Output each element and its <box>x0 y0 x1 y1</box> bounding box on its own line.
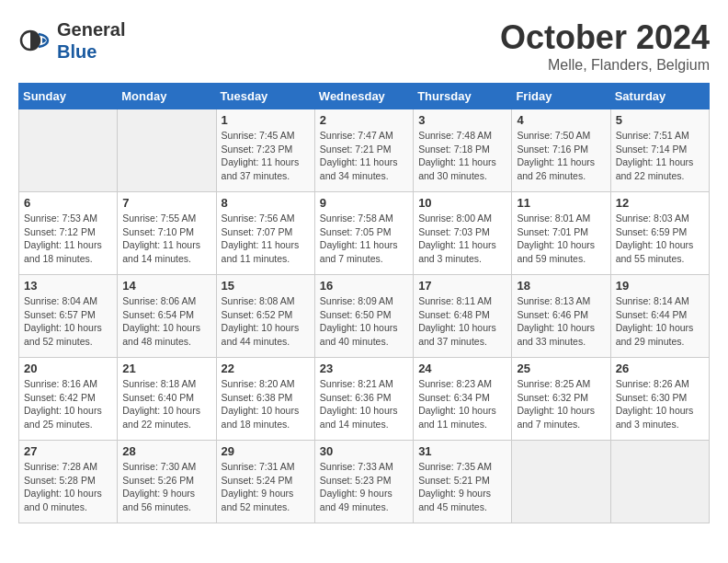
day-number: 4 <box>517 113 605 127</box>
day-number: 12 <box>616 196 704 210</box>
day-number: 27 <box>24 444 112 458</box>
day-number: 15 <box>222 279 310 293</box>
calendar-cell: 3 Sunrise: 7:48 AMSunset: 7:18 PMDayligh… <box>414 109 512 192</box>
calendar-cell: 15 Sunrise: 8:08 AMSunset: 6:52 PMDaylig… <box>216 275 314 358</box>
week-row-3: 13 Sunrise: 8:04 AMSunset: 6:57 PMDaylig… <box>19 275 710 358</box>
day-detail: Sunrise: 7:31 AMSunset: 5:24 PMDaylight:… <box>222 461 295 512</box>
day-detail: Sunrise: 8:20 AMSunset: 6:38 PMDaylight:… <box>222 378 300 430</box>
day-detail: Sunrise: 7:58 AMSunset: 7:05 PMDaylight:… <box>320 213 398 264</box>
day-number: 6 <box>24 196 112 210</box>
day-number: 25 <box>517 362 605 375</box>
calendar-cell <box>19 109 118 192</box>
calendar-cell: 31 Sunrise: 7:35 AMSunset: 5:21 PMDaylig… <box>414 441 512 523</box>
calendar-cell: 2 Sunrise: 7:47 AMSunset: 7:21 PMDayligh… <box>314 109 413 192</box>
day-number: 5 <box>616 113 704 127</box>
day-detail: Sunrise: 8:04 AMSunset: 6:57 PMDaylight:… <box>24 295 102 347</box>
calendar-cell: 22 Sunrise: 8:20 AMSunset: 6:38 PMDaylig… <box>216 358 314 441</box>
calendar-cell: 30 Sunrise: 7:33 AMSunset: 5:23 PMDaylig… <box>314 441 413 523</box>
day-detail: Sunrise: 7:53 AMSunset: 7:12 PMDaylight:… <box>24 213 102 264</box>
day-detail: Sunrise: 8:16 AMSunset: 6:42 PMDaylight:… <box>24 378 102 430</box>
day-detail: Sunrise: 7:35 AMSunset: 5:21 PMDaylight:… <box>418 461 492 512</box>
day-number: 19 <box>616 279 704 293</box>
calendar-cell: 5 Sunrise: 7:51 AMSunset: 7:14 PMDayligh… <box>610 109 709 192</box>
weekday-header-tuesday: Tuesday <box>216 84 314 109</box>
calendar-cell <box>512 441 610 523</box>
day-number: 20 <box>24 362 112 375</box>
calendar-cell: 29 Sunrise: 7:31 AMSunset: 5:24 PMDaylig… <box>216 441 314 523</box>
day-detail: Sunrise: 8:08 AMSunset: 6:52 PMDaylight:… <box>222 295 300 347</box>
calendar-cell: 17 Sunrise: 8:11 AMSunset: 6:48 PMDaylig… <box>414 275 512 358</box>
calendar-cell: 27 Sunrise: 7:28 AMSunset: 5:28 PMDaylig… <box>19 441 118 523</box>
calendar-cell: 28 Sunrise: 7:30 AMSunset: 5:26 PMDaylig… <box>118 441 216 523</box>
header: General Blue October 2024 Melle, Flander… <box>18 18 710 74</box>
day-detail: Sunrise: 7:50 AMSunset: 7:16 PMDaylight:… <box>517 130 595 181</box>
weekday-header-saturday: Saturday <box>610 84 709 109</box>
day-detail: Sunrise: 7:30 AMSunset: 5:26 PMDaylight:… <box>122 461 196 512</box>
day-detail: Sunrise: 8:21 AMSunset: 6:36 PMDaylight:… <box>320 378 398 430</box>
day-detail: Sunrise: 7:55 AMSunset: 7:10 PMDaylight:… <box>122 213 200 264</box>
week-row-5: 27 Sunrise: 7:28 AMSunset: 5:28 PMDaylig… <box>19 441 710 523</box>
day-detail: Sunrise: 7:48 AMSunset: 7:18 PMDaylight:… <box>418 130 496 181</box>
day-number: 28 <box>122 444 210 458</box>
calendar-cell: 25 Sunrise: 8:25 AMSunset: 6:32 PMDaylig… <box>512 358 610 441</box>
day-detail: Sunrise: 7:47 AMSunset: 7:21 PMDaylight:… <box>320 130 398 181</box>
day-number: 18 <box>517 279 605 293</box>
day-detail: Sunrise: 8:25 AMSunset: 6:32 PMDaylight:… <box>517 378 595 430</box>
day-number: 8 <box>222 196 310 210</box>
day-number: 23 <box>320 362 408 375</box>
day-detail: Sunrise: 8:26 AMSunset: 6:30 PMDaylight:… <box>616 378 694 430</box>
day-number: 2 <box>320 113 408 127</box>
day-detail: Sunrise: 8:23 AMSunset: 6:34 PMDaylight:… <box>418 378 496 430</box>
calendar-cell: 14 Sunrise: 8:06 AMSunset: 6:54 PMDaylig… <box>118 275 216 358</box>
day-detail: Sunrise: 7:56 AMSunset: 7:07 PMDaylight:… <box>222 213 300 264</box>
calendar-cell <box>610 441 709 523</box>
week-row-4: 20 Sunrise: 8:16 AMSunset: 6:42 PMDaylig… <box>19 358 710 441</box>
week-row-2: 6 Sunrise: 7:53 AMSunset: 7:12 PMDayligh… <box>19 192 710 275</box>
day-number: 30 <box>320 444 408 458</box>
day-number: 14 <box>122 279 210 293</box>
day-detail: Sunrise: 8:11 AMSunset: 6:48 PMDaylight:… <box>418 295 496 347</box>
day-detail: Sunrise: 8:01 AMSunset: 7:01 PMDaylight:… <box>517 213 595 264</box>
day-detail: Sunrise: 8:13 AMSunset: 6:46 PMDaylight:… <box>517 295 595 347</box>
logo: General Blue <box>18 18 125 63</box>
day-number: 7 <box>122 196 210 210</box>
calendar-cell: 1 Sunrise: 7:45 AMSunset: 7:23 PMDayligh… <box>216 109 314 192</box>
day-number: 17 <box>418 279 506 293</box>
day-detail: Sunrise: 8:09 AMSunset: 6:50 PMDaylight:… <box>320 295 398 347</box>
day-detail: Sunrise: 7:45 AMSunset: 7:23 PMDaylight:… <box>222 130 300 181</box>
weekday-header-monday: Monday <box>118 84 216 109</box>
logo-line2: Blue <box>57 40 125 63</box>
calendar-cell: 26 Sunrise: 8:26 AMSunset: 6:30 PMDaylig… <box>610 358 709 441</box>
calendar-cell: 20 Sunrise: 8:16 AMSunset: 6:42 PMDaylig… <box>19 358 118 441</box>
day-number: 9 <box>320 196 408 210</box>
calendar-cell: 4 Sunrise: 7:50 AMSunset: 7:16 PMDayligh… <box>512 109 610 192</box>
day-number: 31 <box>418 444 506 458</box>
day-detail: Sunrise: 7:51 AMSunset: 7:14 PMDaylight:… <box>616 130 694 181</box>
weekday-header-row: SundayMondayTuesdayWednesdayThursdayFrid… <box>19 84 710 109</box>
weekday-header-wednesday: Wednesday <box>314 84 413 109</box>
week-row-1: 1 Sunrise: 7:45 AMSunset: 7:23 PMDayligh… <box>19 109 710 192</box>
calendar-cell: 18 Sunrise: 8:13 AMSunset: 6:46 PMDaylig… <box>512 275 610 358</box>
day-detail: Sunrise: 8:18 AMSunset: 6:40 PMDaylight:… <box>122 378 200 430</box>
calendar-subtitle: Melle, Flanders, Belgium <box>500 57 710 74</box>
day-number: 13 <box>24 279 112 293</box>
calendar-table: SundayMondayTuesdayWednesdayThursdayFrid… <box>18 83 710 523</box>
calendar-cell: 16 Sunrise: 8:09 AMSunset: 6:50 PMDaylig… <box>314 275 413 358</box>
day-number: 24 <box>418 362 506 375</box>
day-number: 11 <box>517 196 605 210</box>
logo-line1: General <box>57 18 125 40</box>
calendar-cell: 23 Sunrise: 8:21 AMSunset: 6:36 PMDaylig… <box>314 358 413 441</box>
calendar-cell: 11 Sunrise: 8:01 AMSunset: 7:01 PMDaylig… <box>512 192 610 275</box>
calendar-cell: 21 Sunrise: 8:18 AMSunset: 6:40 PMDaylig… <box>118 358 216 441</box>
weekday-header-thursday: Thursday <box>414 84 512 109</box>
calendar-cell: 12 Sunrise: 8:03 AMSunset: 6:59 PMDaylig… <box>610 192 709 275</box>
day-detail: Sunrise: 7:28 AMSunset: 5:28 PMDaylight:… <box>24 461 102 512</box>
calendar-cell: 19 Sunrise: 8:14 AMSunset: 6:44 PMDaylig… <box>610 275 709 358</box>
day-detail: Sunrise: 8:00 AMSunset: 7:03 PMDaylight:… <box>418 213 496 264</box>
calendar-cell: 6 Sunrise: 7:53 AMSunset: 7:12 PMDayligh… <box>19 192 118 275</box>
calendar-cell: 9 Sunrise: 7:58 AMSunset: 7:05 PMDayligh… <box>314 192 413 275</box>
day-number: 21 <box>122 362 210 375</box>
weekday-header-sunday: Sunday <box>19 84 118 109</box>
weekday-header-friday: Friday <box>512 84 610 109</box>
day-detail: Sunrise: 8:03 AMSunset: 6:59 PMDaylight:… <box>616 213 694 264</box>
